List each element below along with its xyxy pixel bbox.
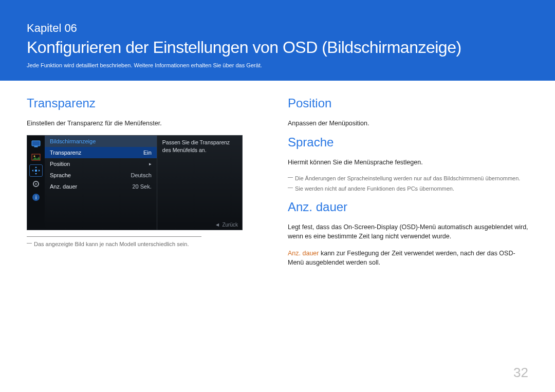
- osd-main: Bildschirmanzeige Transparenz Ein Positi…: [45, 136, 242, 230]
- osd-list-header: Bildschirmanzeige: [45, 136, 157, 147]
- page-title: Konfigurieren der Einstellungen von OSD …: [27, 38, 528, 57]
- move-icon: [29, 164, 43, 177]
- osd-description: Passen Sie die Transparenz des Menüfelds…: [157, 136, 242, 230]
- heading-position: Position: [288, 96, 528, 110]
- chevron-right-icon: ▸: [149, 161, 152, 166]
- svg-rect-0: [32, 141, 40, 146]
- anzdauer-desc1: Legt fest, dass das On-Screen-Display (O…: [288, 222, 528, 241]
- info-icon: i: [29, 191, 43, 203]
- svg-point-6: [35, 183, 37, 185]
- anzdauer-desc2-text: kann zur Festlegung der Zeit verwendet w…: [288, 250, 515, 266]
- left-column: Transparenz Einstellen der Transparenz f…: [27, 96, 267, 274]
- transparenz-desc: Einstellen der Transparenz für die Menüf…: [27, 119, 267, 128]
- svg-rect-1: [34, 146, 38, 147]
- chapter-label: Kapitel 06: [27, 22, 528, 35]
- osd-row-value: Deutsch: [131, 172, 151, 178]
- svg-point-3: [34, 156, 35, 157]
- osd-row-label: Anz. dauer: [50, 183, 77, 190]
- picture-icon: [29, 151, 43, 163]
- osd-row-value: Ein: [143, 150, 152, 156]
- osd-back-label: Zurück: [222, 222, 238, 228]
- osd-list: Bildschirmanzeige Transparenz Ein Positi…: [45, 136, 157, 230]
- page-subtitle: Jede Funktion wird detailliert beschrieb…: [27, 62, 528, 68]
- page-body: Transparenz Einstellen der Transparenz f…: [0, 81, 555, 274]
- heading-transparenz: Transparenz: [27, 96, 267, 110]
- sprache-desc: Hiermit können Sie die Menüsprache festl…: [288, 158, 528, 167]
- display-icon: [29, 138, 43, 150]
- heading-sprache: Sprache: [288, 135, 528, 150]
- osd-row-label: Transparenz: [50, 150, 81, 156]
- position-desc: Anpassen der Menüposition.: [288, 119, 528, 128]
- anzdauer-desc2: Anz. dauer kann zur Festlegung der Zeit …: [288, 249, 528, 267]
- osd-row-anzdauer[interactable]: Anz. dauer 20 Sek.: [45, 181, 157, 192]
- svg-rect-4: [35, 170, 37, 172]
- page-number: 32: [513, 365, 528, 381]
- sprache-note2: Sie werden nicht auf andere Funktionen d…: [288, 184, 528, 193]
- anzdauer-label: Anz. dauer: [288, 250, 319, 257]
- osd-row-value: 20 Sek.: [132, 183, 151, 190]
- right-column: Position Anpassen der Menüposition. Spra…: [288, 96, 528, 274]
- triangle-left-icon: ◀: [216, 222, 219, 227]
- divider: [27, 236, 201, 237]
- svg-text:i: i: [35, 195, 36, 200]
- osd-row-sprache[interactable]: Sprache Deutsch: [45, 170, 157, 181]
- image-footnote: Das angezeigte Bild kann je nach Modell …: [27, 240, 267, 249]
- osd-footer: ◀ Zurück: [216, 222, 238, 228]
- heading-anzdauer: Anz. dauer: [288, 200, 528, 214]
- osd-row-label: Position: [50, 161, 70, 167]
- osd-row-position[interactable]: Position ▸: [45, 158, 157, 170]
- osd-row-label: Sprache: [50, 172, 71, 178]
- osd-sidebar: i: [27, 136, 45, 230]
- gear-icon: [29, 178, 43, 190]
- osd-screenshot: i Bildschirmanzeige Transparenz Ein Posi…: [27, 135, 243, 230]
- osd-row-transparenz[interactable]: Transparenz Ein: [45, 147, 157, 158]
- sprache-note1: Die Änderungen der Spracheinstellung wer…: [288, 174, 528, 183]
- chapter-banner: Kapitel 06 Konfigurieren der Einstellung…: [0, 0, 555, 81]
